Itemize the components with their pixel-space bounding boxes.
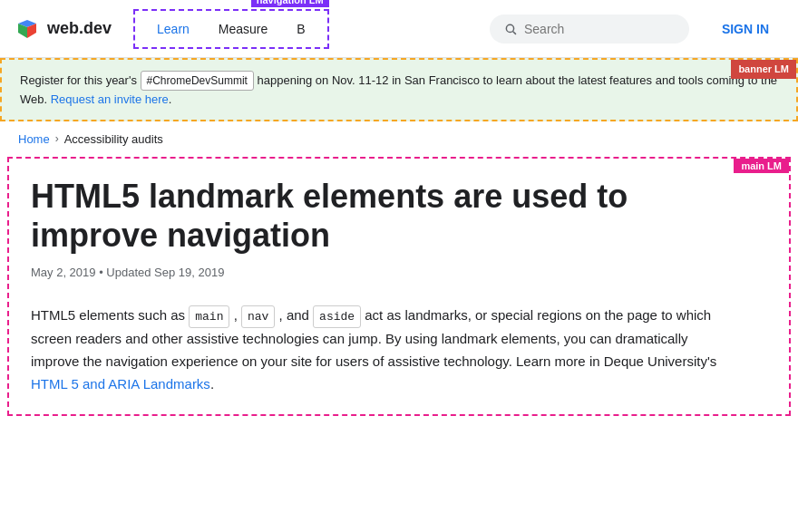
article-sep1: , (229, 307, 241, 323)
svg-line-4 (513, 31, 516, 34)
logo-text: web.dev (47, 19, 112, 38)
banner-landmark-badge: banner LM (731, 60, 796, 79)
logo-icon (15, 16, 40, 42)
main-nav: navigation LM Learn Measure B (133, 9, 329, 49)
article-body-before: HTML5 elements such as (31, 307, 189, 323)
site-header: web.dev navigation LM Learn Measure B SI… (0, 0, 798, 58)
article-date: May 2, 2019 • Updated Sep 19, 2019 (31, 266, 767, 279)
code-main: main (189, 305, 229, 328)
nav-landmark-badge: navigation LM (251, 0, 329, 7)
article-body: HTML5 elements such as main , nav , and … (31, 305, 720, 396)
nav-item-learn[interactable]: Learn (142, 15, 204, 44)
main-content: main LM HTML5 landmark elements are used… (7, 157, 791, 416)
article-deque-link[interactable]: HTML 5 and ARIA Landmarks (31, 376, 210, 392)
search-input[interactable] (524, 22, 675, 36)
nav-item-blog[interactable]: B (282, 15, 319, 44)
nav-item-measure[interactable]: Measure (204, 15, 282, 44)
code-aside: aside (313, 305, 361, 328)
article-publish-date: May 2, 2019 (31, 266, 96, 279)
breadcrumb-separator: › (55, 132, 59, 145)
breadcrumb: Home › Accessibility audits (0, 121, 798, 157)
article-updated: Updated Sep 19, 2019 (106, 266, 224, 279)
logo-area[interactable]: web.dev (15, 16, 112, 42)
banner-hashtag: #ChromeDevSummit (141, 71, 254, 91)
article-sep2: , and (275, 307, 313, 323)
article-title: HTML5 landmark elements are used to impr… (31, 177, 720, 255)
article-date-dot: • (99, 266, 103, 279)
search-icon (504, 22, 517, 36)
svg-point-3 (506, 24, 513, 32)
site-banner: banner LM Register for this year's #Chro… (0, 58, 798, 121)
banner-text-before: Register for this year's (20, 73, 141, 87)
code-nav: nav (241, 305, 275, 328)
sign-in-button[interactable]: SIGN IN (707, 15, 783, 44)
main-landmark-badge: main LM (734, 159, 789, 173)
search-area (490, 15, 689, 44)
breadcrumb-current: Accessibility audits (64, 132, 163, 146)
banner-period: . (169, 92, 172, 106)
banner-invite-link[interactable]: Request an invite here (51, 92, 169, 106)
article-body-end: . (210, 376, 214, 392)
breadcrumb-home[interactable]: Home (18, 132, 50, 146)
